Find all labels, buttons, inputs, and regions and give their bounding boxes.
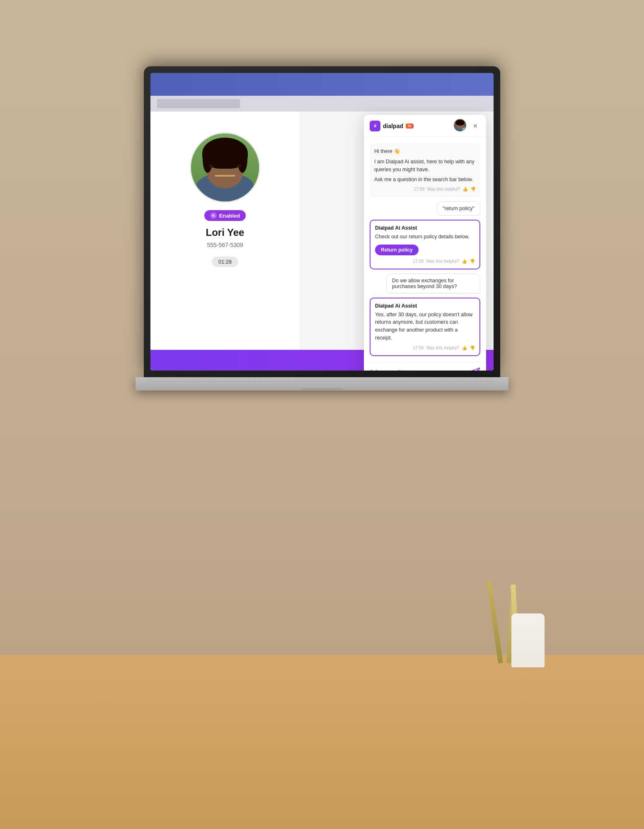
enabled-label: Enabled — [219, 213, 240, 219]
ai-message-meta-2: 17:59 Was this helpful? 👍 👎 — [375, 345, 475, 351]
thumb-down-ai-2[interactable]: 👎 — [470, 345, 475, 351]
helpful-label-ai-2: Was this helpful? — [426, 345, 459, 350]
bot-welcome-message: Hi there 👋 I am Dialpad Ai assist, here … — [370, 143, 480, 197]
thumb-up-ai-1[interactable]: 👍 — [462, 259, 467, 264]
intro-line1: I am Dialpad Ai assist, here to help wit… — [374, 158, 476, 174]
caller-name: Lori Yee — [206, 227, 245, 238]
thumb-up-1[interactable]: 👍 — [462, 186, 468, 193]
nav-input — [157, 99, 240, 108]
ai-assist-text-2: Yes, after 30 days, our policy doesn't a… — [375, 311, 475, 342]
ai-message-meta-1: 17:59 Was this helpful? 👍 👎 — [375, 259, 475, 264]
greeting-text: Hi there 👋 — [374, 148, 476, 155]
main-content: N Enabled Lori Yee 555-567-5309 01:28 — [150, 112, 494, 371]
timestamp-ai-1: 17:59 — [413, 259, 424, 264]
user-message-1: "return policy" — [437, 201, 480, 216]
ai-icon: N — [210, 212, 217, 219]
chat-logo: d dialpad AI — [370, 121, 414, 131]
chat-input[interactable] — [370, 368, 469, 371]
desk-object-1 — [511, 613, 545, 667]
nav-bar — [150, 96, 494, 112]
timestamp-ai-2: 17:59 — [413, 345, 424, 350]
logo-text: dialpad — [383, 123, 403, 129]
keyboard-dots — [148, 381, 496, 382]
chat-input-area — [364, 362, 486, 371]
laptop-bezel: N Enabled Lori Yee 555-567-5309 01:28 — [144, 66, 500, 377]
user-avatar-header — [453, 118, 467, 132]
avatar — [190, 132, 260, 203]
caller-phone: 555-567-5309 — [207, 242, 243, 248]
user-message-2-wrapper: Do we allow exchanges for purchases beyo… — [370, 274, 480, 293]
ai-assist-title-2: Dialpad Ai Assist — [375, 303, 475, 309]
thumb-down-1[interactable]: 👎 — [470, 186, 476, 193]
thumb-down-ai-1[interactable]: 👎 — [470, 259, 475, 264]
ai-assist-text-1: Check out our return policy details belo… — [375, 233, 475, 241]
intro-line2: Ask me a question in the search bar belo… — [374, 176, 476, 184]
user-message-1-wrapper: "return policy" — [370, 201, 480, 216]
ai-assist-card-2: Dialpad Ai Assist Yes, after 30 days, ou… — [370, 298, 480, 356]
ai-assist-title-1: Dialpad Ai Assist — [375, 225, 475, 231]
close-button[interactable]: × — [470, 121, 480, 131]
top-bar — [150, 73, 494, 96]
bot-message-meta-1: 17:59 Was this helpful? 👍 👎 — [374, 186, 476, 193]
chat-messages: Hi there 👋 I am Dialpad Ai assist, here … — [364, 137, 486, 362]
thumb-up-ai-2[interactable]: 👍 — [462, 345, 467, 351]
enabled-badge: N Enabled — [204, 210, 246, 221]
laptop-base — [136, 377, 508, 390]
ai-badge: AI — [406, 124, 414, 128]
laptop-screen: N Enabled Lori Yee 555-567-5309 01:28 — [150, 73, 494, 371]
user-message-2: Do we allow exchanges for purchases beyo… — [386, 274, 480, 293]
send-button[interactable] — [472, 367, 480, 371]
dialpad-logo-icon: d — [370, 121, 380, 131]
return-policy-button[interactable]: Return policy — [375, 245, 419, 255]
helpful-label-1: Was this helpful? — [427, 186, 460, 193]
trackpad-notch — [301, 388, 343, 390]
timestamp-1: 17:59 — [414, 186, 424, 193]
caller-panel: N Enabled Lori Yee 555-567-5309 01:28 — [150, 112, 300, 350]
chat-panel: d dialpad AI × Hi there 👋 I am Dialpad A… — [364, 115, 486, 371]
send-icon — [472, 367, 480, 371]
call-timer: 01:28 — [212, 257, 239, 267]
online-dot — [462, 128, 466, 131]
ai-assist-card-1: Dialpad Ai Assist Check out our return p… — [370, 220, 480, 269]
chat-header: d dialpad AI × — [364, 115, 486, 137]
helpful-label-ai-1: Was this helpful? — [426, 259, 459, 264]
desk-surface — [0, 655, 644, 829]
